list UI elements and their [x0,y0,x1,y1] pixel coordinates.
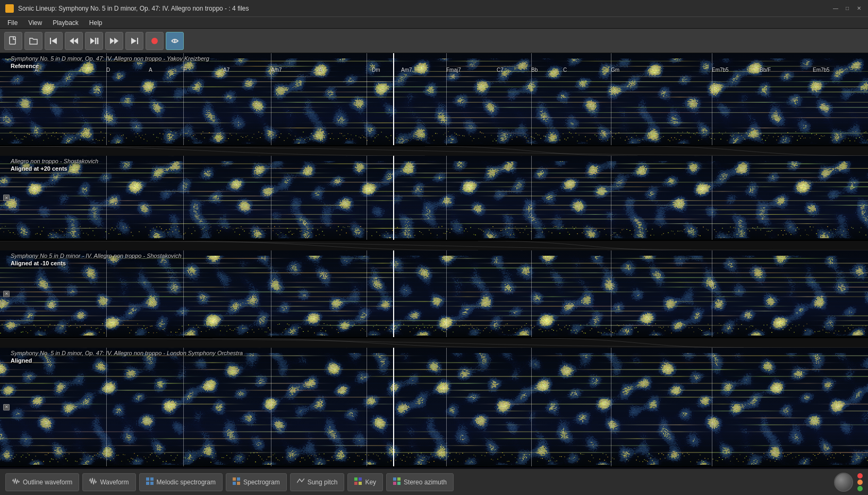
close-button[interactable]: ✕ [855,5,863,12]
key-button[interactable]: Key [347,473,383,491]
main-content: Symphony No. 5 in D minor, Op. 47: IV. A… [0,53,868,468]
divider [531,250,532,337]
rewind-to-start-button[interactable] [45,32,63,50]
level-orange [857,480,863,485]
chord-A3: A [319,67,322,73]
stereo-azimuth-button[interactable]: Stereo azimuth [386,473,454,491]
outline-waveform-icon [12,477,20,486]
menu-file[interactable]: File [2,18,23,28]
skip-to-end-button[interactable] [125,32,143,50]
menu-view[interactable]: View [23,18,47,28]
divider [611,156,611,240]
track-3-close-button[interactable]: ✕ [3,291,10,297]
svg-rect-26 [393,477,396,481]
menu-help[interactable]: Help [84,18,108,28]
chord-C7: C7 [497,67,504,73]
minimize-button[interactable]: — [832,5,839,12]
playhead-2 [393,156,394,240]
divider [712,156,712,240]
sung-pitch-button[interactable]: Sung pitch [290,473,345,491]
sung-pitch-label: Sung pitch [308,479,338,486]
divider [183,250,184,337]
new-button[interactable] [4,32,22,50]
divider [531,156,532,240]
divider [712,348,712,466]
fast-forward-button[interactable] [105,32,123,50]
track-2-label: Allegro non troppo - Shostakovich Aligne… [11,158,98,172]
divider [271,156,271,240]
level-red [857,473,863,479]
divider [106,156,107,240]
connector-1-2 [0,146,868,156]
melodic-spectrogram-icon [146,477,154,486]
track-2-close-button[interactable]: ✕ [3,195,10,201]
divider [712,250,712,337]
divider [446,156,447,240]
divider [446,348,447,466]
track-4: ✕ Symphony No. 5 in D minor, Op. 47: IV.… [0,348,868,467]
svg-marker-2 [52,38,57,44]
divider [611,348,611,466]
play-pause-button[interactable] [85,32,103,50]
rewind-button[interactable] [65,32,83,50]
svg-rect-21 [237,482,240,485]
svg-rect-0 [10,37,15,44]
svg-rect-28 [393,482,396,485]
svg-marker-9 [114,38,118,44]
app-icon [5,4,14,13]
menu-playback[interactable]: Playback [47,18,84,28]
track-3-label: Symphony No 5 in D minor - IV. Allegro n… [11,253,182,266]
playhead-1 [393,53,394,145]
key-icon [354,477,362,486]
volume-knob[interactable] [834,473,853,492]
svg-rect-18 [233,477,236,481]
spectrogram-label: Spectrogram [243,479,280,486]
divider [367,53,367,145]
track-4-close-button[interactable]: ✕ [3,404,10,410]
connector-2-3 [0,241,868,250]
maximize-button[interactable]: □ [844,5,851,12]
divider [446,250,447,337]
chord-Am7: Am7 [271,67,282,73]
svg-rect-15 [150,477,154,481]
divider [183,156,184,240]
chord-Bb: Bb [531,67,538,73]
waveform-label: Waveform [100,479,129,486]
divider [367,348,367,466]
svg-rect-27 [397,477,401,481]
sync-button[interactable] [166,32,184,50]
svg-rect-14 [146,477,149,481]
chord-Em7b5: Em7b5 [712,67,729,73]
track-2: ✕ Allegro non troppo - Shostakovich Alig… [0,156,868,241]
track-1: Symphony No. 5 in D minor, Op. 47: IV. A… [0,53,868,146]
svg-marker-3 [70,38,74,44]
chord-Fmaj7: Fmaj7 [446,67,461,73]
spectrogram-button[interactable]: Spectrogram [226,473,287,491]
track-4-label: Symphony No. 5 in D minor, Op. 47: IV. A… [11,350,243,364]
record-button[interactable] [146,32,164,50]
stereo-azimuth-icon [393,477,401,486]
divider [367,156,367,240]
open-button[interactable] [24,32,42,50]
chord-Dm: Dm [372,67,380,73]
divider [367,250,367,337]
title-bar: Sonic Lineup: Symphony No. 5 in D minor,… [0,0,868,17]
waveform-button[interactable]: Waveform [82,473,135,491]
chord-BbF: Bb/F [760,67,771,73]
svg-rect-22 [354,477,358,481]
chord-Am7-2: Am7 [401,67,412,73]
outline-waveform-button[interactable]: Outline waveform [5,473,79,491]
chord-C: C [563,67,567,73]
window-controls: — □ ✕ [832,5,863,12]
divider [106,348,107,466]
track-1-label: Symphony No. 5 in D minor, Op. 47: IV. A… [11,55,209,69]
svg-point-12 [151,38,158,44]
melodic-spectrogram-button[interactable]: Melodic spectrogram [139,473,223,491]
toolbar [0,29,868,53]
chord-A7: A7 [223,67,229,73]
outline-waveform-label: Outline waveform [23,479,72,486]
melodic-spectrogram-label: Melodic spectrogram [157,479,216,486]
track-3: ✕ Symphony No 5 in D minor - IV. Allegro… [0,250,868,338]
svg-rect-19 [237,477,240,481]
bottom-right-controls [834,473,863,492]
